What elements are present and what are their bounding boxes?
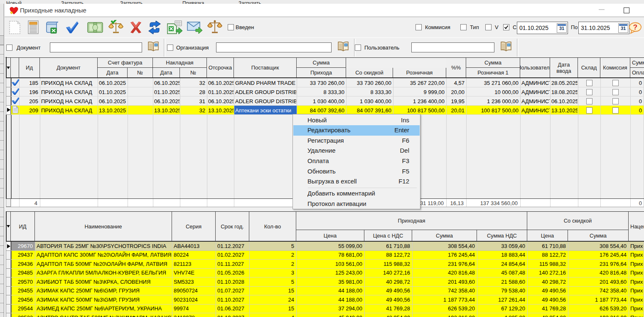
invoice-row[interactable]: 205ПРИХОД НА СКЛАД06.10.202506.10.202531…	[5, 97, 644, 106]
invoice-row[interactable]: 196ПРИХОД НА СКЛАД01.10.202501.10.202528…	[5, 87, 644, 97]
items-header-srok-god[interactable]: Срок год.	[216, 212, 249, 241]
cell-nkl-date: 06.10.2025	[154, 79, 179, 87]
invoices-header-data-vvoda[interactable]: Датаввода	[550, 58, 578, 78]
items-header-id[interactable]: ИД	[11, 212, 35, 241]
invoices-header-roznichnaya1[interactable]: Розничная 1	[466, 68, 520, 78]
items-header-p-summa[interactable]: Сумма	[412, 230, 477, 241]
invoice-row[interactable]: 209ПРИХОД НА СКЛАД13.10.202513.10.202532…	[5, 106, 644, 115]
menu-item-1[interactable]: НовыйIns	[293, 115, 420, 126]
items-header-so-skidkoy[interactable]: Со скидкой	[527, 212, 629, 230]
items-header-kolvo[interactable]: Кол-во	[249, 212, 296, 241]
sklad-checkbox[interactable]	[586, 80, 592, 86]
items-header-nacenka[interactable]: Наценка	[629, 212, 644, 241]
background-grid-line	[0, 83, 4, 83]
cell-item-p-summa-nds: 24 854,64	[479, 260, 525, 268]
invoices-header-nakladnaya[interactable]: Накладная	[153, 58, 207, 68]
invoices-header-document[interactable]: Документ	[40, 58, 98, 78]
invoices-header-otsrochka[interactable]: Отсрочка	[207, 58, 234, 78]
cell-so-skidkoy: 8 333,30	[347, 88, 391, 96]
invoices-header-percent[interactable]: %%	[446, 58, 466, 78]
item-row[interactable]: 29533АЗИТРО САНТО ТАБ 500МГ №3\ХИМФАРМ, …	[5, 313, 644, 317]
item-row[interactable]: 29485АЗАРГА ГЛ/КАПЛИ 5МЛ\АЛКОН-КУВРЕР, Б…	[5, 269, 644, 277]
cell-item-p-cena-nds: 61 710,88	[366, 242, 410, 250]
background-grid-line	[0, 92, 4, 93]
menu-item-7[interactable]: Выгрузка в excellF12	[293, 176, 420, 187]
items-header-p-cena-nds[interactable]: Цена с НДС	[364, 230, 412, 241]
items-gridline-v	[527, 242, 528, 317]
background-grid-line	[0, 188, 4, 188]
invoices-header-summa2[interactable]: Сумма	[466, 58, 520, 68]
sklad-checkbox[interactable]	[586, 89, 592, 95]
menu-item-5[interactable]: ОплатаF3	[293, 156, 420, 166]
cell-item-p-cena-nds: 48 054,00	[366, 313, 410, 317]
menu-item-3[interactable]: РегистрацияF6	[293, 136, 420, 146]
menu-item-2[interactable]: РедактироватьEnter	[293, 125, 420, 136]
cell-otsrochka: 01.10.2025	[208, 88, 234, 96]
item-row[interactable]: 29544АЗИМЕД КАПС 250МГ №6\АРТЕРИУМ, УКРА…	[5, 305, 644, 313]
cell-nkl-number: 32	[181, 106, 205, 114]
invoices-header-sf-date[interactable]: Дата	[98, 68, 128, 78]
items-header-p-summa-nds[interactable]: Сумма НДС	[477, 230, 527, 241]
invoices-header-schet-faktura[interactable]: Счет фактура	[98, 58, 153, 68]
items-header-marker[interactable]	[7, 212, 11, 241]
item-row[interactable]: 29455АЗИМАК КАПС 250МГ №6\GMP, ГРУЗИЯ890…	[5, 287, 644, 295]
invoices-header-polzovatel[interactable]: Пользователь	[520, 58, 550, 78]
cell-item-p-cena: 78 681,00	[298, 251, 362, 259]
cell-postavshchik: Аптекани эски остатки	[235, 106, 295, 114]
cell-item-nacenka: Приход	[630, 277, 643, 286]
invoices-header-sklad[interactable]: Склад	[578, 58, 600, 78]
sklad-checkbox[interactable]	[586, 98, 592, 104]
invoices-header-so-skidkoy[interactable]: Со скидкой	[346, 68, 393, 78]
cell-item-s-cena: 41 769,28	[529, 305, 566, 313]
invoices-header-postavshchik[interactable]: Поставщик	[234, 58, 297, 78]
background-grid-line	[0, 312, 4, 313]
cell-item-p-cena: 45 040,00	[298, 313, 362, 317]
invoices-header-marker[interactable]	[7, 58, 11, 78]
items-header-p-cena[interactable]: Цена	[296, 230, 364, 241]
invoices-header-sf-number[interactable]: №	[128, 68, 153, 78]
menu-item-9[interactable]: Протокол активации	[293, 199, 420, 209]
sklad-checkbox[interactable]	[586, 107, 592, 114]
background-grid-line	[0, 169, 4, 169]
items-header-naimenovanie[interactable]: Наименование	[35, 212, 172, 241]
invoices-header-summa3[interactable]: Сумма	[630, 58, 644, 68]
item-row[interactable]: 29456АЗИМАК КАПС 500МГ №3\GMP, ГРУЗИЯ902…	[5, 295, 644, 305]
item-row[interactable]: 29436АДАПТОЛ ТАБ 500МГ №20\ОЛАЙН ФАРМ, Л…	[5, 260, 644, 269]
cell-item-p-cena: 35 981,00	[298, 277, 362, 286]
komissiya-row-checkbox[interactable]	[612, 89, 619, 95]
menu-item-4[interactable]: УдалениеDel	[293, 146, 420, 156]
menu-item-label: Добавить комментарий	[307, 190, 375, 197]
invoices-header-id[interactable]: Ид	[19, 58, 40, 78]
komissiya-row-checkbox[interactable]	[612, 107, 619, 114]
cell-item-p-summa: 626 539,20	[414, 305, 475, 313]
row-marker-cell	[6, 277, 11, 287]
item-row[interactable]: 29570АЗИБИОТ ТАБ 500МГ №3\КРКА, СЛОВЕНИЯ…	[5, 277, 644, 287]
invoices-header-komissiya[interactable]: Комиссия	[600, 58, 630, 78]
komissiya-row-checkbox[interactable]	[612, 98, 619, 104]
items-header-seriya[interactable]: Серия	[172, 212, 216, 241]
cell-oplacheno: 0	[637, 106, 642, 114]
invoices-header-status[interactable]	[11, 58, 19, 78]
cell-item-seriya: 2410078	[174, 313, 215, 317]
background-row-box	[0, 35, 4, 45]
invoices-header-summa[interactable]: Сумма	[297, 58, 346, 68]
item-row[interactable]: 29437АДАПТОЛ КАПС 300МГ №20\ОЛАЙН ФАРМ, …	[5, 251, 644, 260]
items-header-prikhodnaya[interactable]: Приходная	[296, 212, 527, 230]
cell-item-srok: 01.07.2027	[217, 287, 249, 295]
cell-oplacheno: 0	[637, 79, 642, 87]
cell-sf-number	[129, 106, 151, 114]
invoices-header-nkl-date[interactable]: Дата	[153, 68, 180, 78]
invoices-header-roznichnaya[interactable]: Розничная	[393, 68, 446, 78]
cell-item-p-cena-nds: 49 490,56	[366, 287, 410, 295]
invoices-header-nkl-number[interactable]: №	[180, 68, 207, 78]
items-header-s-cena[interactable]: Цена	[527, 230, 568, 241]
invoices-header-oplacheno[interactable]: Оплачено	[630, 68, 644, 78]
menu-item-8[interactable]: Добавить комментарий	[293, 188, 420, 199]
item-row[interactable]: 29670АВТОРИЯ ТАБ 25МГ №30\PSYCHOTROPICS …	[5, 242, 644, 251]
invoice-row[interactable]: 185ПРИХОД НА СКЛАД06.10.202506.10.202532…	[5, 78, 644, 87]
items-header-s-summa[interactable]: Сумма	[568, 230, 629, 241]
menu-item-6[interactable]: ОбновитьF5	[293, 166, 420, 177]
background-grid-line	[0, 226, 4, 227]
invoices-header-prikhoda[interactable]: Прихода	[297, 68, 346, 78]
komissiya-row-checkbox[interactable]	[612, 80, 619, 86]
